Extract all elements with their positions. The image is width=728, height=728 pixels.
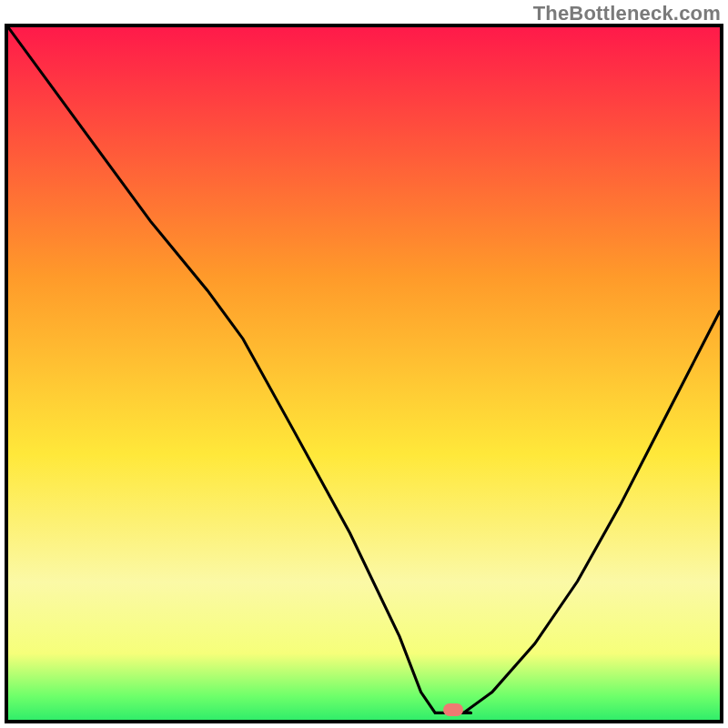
curve-right-segment bbox=[463, 311, 720, 713]
plot-inner bbox=[8, 27, 720, 720]
bottleneck-curve bbox=[8, 27, 720, 720]
bottleneck-chart: TheBottleneck.com bbox=[0, 0, 728, 728]
plot-frame bbox=[5, 24, 723, 723]
optimal-point-marker bbox=[443, 703, 463, 716]
curve-left-segment bbox=[8, 27, 470, 713]
watermark-text: TheBottleneck.com bbox=[533, 2, 721, 25]
